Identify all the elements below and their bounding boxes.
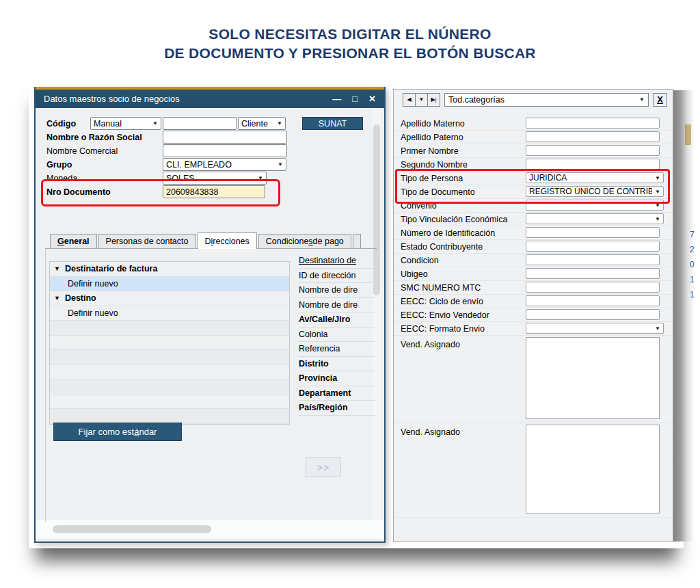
udf-input-eecc-envio-vendedor[interactable] — [526, 309, 660, 320]
nombre-comercial-label: Nombre Comercial — [46, 144, 118, 158]
tab-partial[interactable] — [353, 234, 361, 248]
udf-input-primer-nombre[interactable] — [526, 145, 660, 156]
address-group-row[interactable]: ▼Destino — [50, 291, 289, 306]
address-empty-row — [50, 350, 289, 365]
udf-select-tipo-vinculaci-n-econ-mica[interactable]: ▼ — [526, 213, 664, 224]
horizontal-scrollbar-thumb[interactable] — [53, 525, 211, 533]
detail-field-label[interactable]: Destinatario de — [299, 254, 375, 269]
udf-input-smc-numero-mtc[interactable] — [526, 282, 660, 293]
udf-input-ubigeo[interactable] — [526, 268, 660, 279]
udf-row-vend-asignado: Vend. Asignado — [394, 423, 673, 518]
udf-input-eecc-ciclo-de-env-o[interactable] — [526, 295, 660, 306]
udf-textarea-vend-asignado[interactable] — [526, 425, 660, 513]
grupo-select[interactable]: CLI. EMPLEADO ▼ — [163, 158, 286, 171]
tab-condiciones-de-pago[interactable]: Condiciones de pago — [258, 234, 351, 248]
address-empty-row — [50, 409, 289, 424]
window-title: Datos maestros socio de negocios — [44, 94, 332, 104]
dropdown-caret-icon: ▼ — [655, 202, 660, 209]
tab-personas-de-contacto[interactable]: Personas de contacto — [98, 234, 196, 248]
expand-button[interactable]: >> — [306, 457, 341, 477]
udf-select-tipo-de-documento[interactable]: REGISTRO ÚNICO DE CONTRIB▼ — [526, 186, 664, 197]
select-value: CLI. EMPLEADO — [166, 160, 232, 170]
bp-type-select[interactable]: Cliente ▼ — [238, 117, 286, 130]
udf-select-tipo-de-persona[interactable]: JURIDICA▼ — [526, 172, 664, 183]
dropdown-caret-icon: ▼ — [277, 120, 282, 126]
udf-label: Convenio — [401, 199, 437, 212]
udf-label: EECC: Ciclo de envío — [401, 295, 483, 308]
dropdown-caret-icon: ▼ — [152, 120, 158, 126]
udf-row-estado-contribuyente: Estado Contribuyente — [394, 240, 673, 254]
address-empty-row — [50, 379, 289, 395]
codigo-series-select[interactable]: Manual ▼ — [90, 117, 161, 130]
select-value: JURIDICA — [529, 173, 567, 183]
address-empty-row — [50, 395, 289, 410]
codigo-input[interactable] — [163, 117, 237, 130]
udf-input-condicion[interactable] — [526, 254, 660, 265]
udf-row-eecc-ciclo-de-env-o: EECC: Ciclo de envío — [394, 295, 673, 308]
address-row-label: Destinatario de factura — [65, 264, 157, 273]
udf-input-n-mero-de-identificaci-n[interactable] — [526, 227, 660, 238]
address-item-row[interactable]: Definir nuevo — [50, 306, 289, 321]
form-row-nombre-comercial: Nombre Comercial — [36, 144, 384, 158]
address-group-row[interactable]: ▼Destinatario de factura — [50, 262, 289, 277]
dropdown-caret-icon: ▼ — [655, 216, 660, 222]
udf-select-convenio[interactable]: ▼ — [526, 200, 664, 211]
nro-documento-label: Nro Documento — [46, 185, 111, 199]
detail-field-label: Nombre de dire — [299, 298, 375, 313]
nombre-comercial-input[interactable] — [163, 144, 287, 157]
udf-row-tipo-de-persona: Tipo de PersonaJURIDICA▼ — [394, 172, 673, 185]
collapse-triangle-icon: ▼ — [54, 265, 60, 272]
select-value: Cliente — [241, 119, 268, 129]
page-headline: SOLO NECESITAS DIGITAR EL NÚNERO DE DOCU… — [0, 25, 700, 63]
udf-row-tipo-de-documento: Tipo de DocumentoREGISTRO ÚNICO DE CONTR… — [394, 185, 673, 199]
address-item-row[interactable]: Definir nuevo — [50, 277, 289, 292]
detail-field-label: Departament — [299, 386, 375, 401]
detail-field-label: Nombre de dire — [299, 283, 375, 298]
dropdown-caret-icon: ▼ — [258, 175, 263, 181]
sunat-button[interactable]: SUNAT — [302, 117, 363, 130]
udf-row-segundo-nombre: Segundo Nombre — [394, 158, 673, 172]
record-next-last-icon[interactable]: ▶| — [427, 93, 440, 107]
udf-select-eecc-formato-envio[interactable]: ▼ — [526, 323, 664, 334]
user-defined-fields-panel: ◀▼▶| Tod.categorías ▼ X Apellido Materno… — [393, 89, 673, 542]
collapse-triangle-icon: ▼ — [54, 295, 60, 302]
button-label-accel: á — [134, 427, 139, 437]
button-label-part: ndar — [139, 427, 157, 437]
tab-general[interactable]: General — [50, 234, 97, 248]
category-filter-select[interactable]: Tod.categorías ▼ — [444, 93, 649, 107]
window-datos-maestros: Datos maestros socio de negocios — □ ✕ C… — [34, 87, 386, 543]
tab-label-part: D — [205, 237, 211, 246]
minimize-icon[interactable]: — — [332, 94, 341, 103]
udf-label: Vend. Asignado — [401, 338, 460, 351]
udf-input-apellido-materno[interactable] — [526, 118, 660, 129]
moneda-select[interactable]: SOLES ▼ — [163, 172, 267, 185]
address-row-label: Definir nuevo — [68, 279, 118, 289]
record-nav-buttons: ◀▼▶| — [403, 93, 440, 107]
codigo-label: Código — [46, 117, 76, 131]
udf-textarea-vend-asignado[interactable] — [526, 337, 660, 419]
razon-social-input[interactable] — [163, 131, 287, 144]
udf-rows: Apellido MaternoApellido PaternoPrimer N… — [394, 117, 673, 518]
form-row-nro-documento: Nro Documento 20609843838 — [36, 185, 384, 199]
udf-label: Tipo de Documento — [401, 185, 475, 198]
close-icon[interactable]: ✕ — [368, 94, 376, 103]
button-label-part: Fijar como est — [79, 427, 135, 437]
dropdown-caret-icon: ▼ — [655, 175, 660, 181]
udf-input-apellido-paterno[interactable] — [526, 131, 660, 142]
detail-field-label: Provincia — [299, 371, 375, 386]
udf-label: Número de Identificación — [401, 226, 495, 239]
nro-documento-input[interactable]: 20609843838 — [163, 185, 265, 198]
horizontal-scrollbar[interactable] — [36, 520, 383, 539]
maximize-icon[interactable]: □ — [352, 94, 358, 103]
udf-input-estado-contribuyente[interactable] — [526, 241, 660, 252]
dropdown-caret-icon: ▼ — [655, 189, 660, 195]
form-row-grupo: Grupo CLI. EMPLEADO ▼ — [36, 158, 384, 172]
record-list-icon[interactable]: ▼ — [415, 93, 428, 107]
record-prev-icon[interactable]: ◀ — [403, 93, 416, 107]
udf-input-segundo-nombre[interactable] — [526, 159, 660, 170]
form-row-razon-social: Nombre o Razón Social — [36, 131, 384, 144]
set-default-button[interactable]: Fijar como estándar — [53, 423, 182, 441]
tab-direcciones[interactable]: Direcciones — [198, 232, 257, 249]
address-empty-row — [50, 336, 289, 351]
udf-close-button[interactable]: X — [653, 93, 667, 107]
